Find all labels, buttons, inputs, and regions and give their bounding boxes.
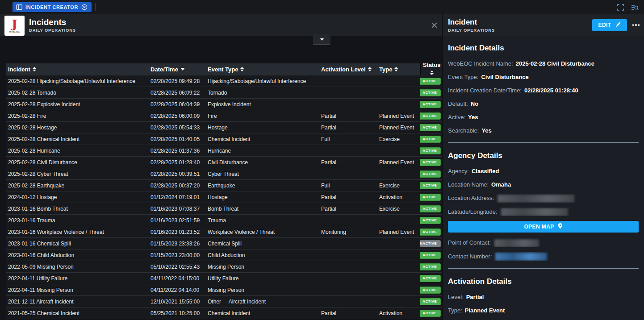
- cell-event_type: Chemical Incident: [206, 133, 319, 145]
- redacted-value: [495, 253, 547, 261]
- cell-event_type: Workplace Violence / Threat: [206, 226, 319, 237]
- cell-activation_level: Monitoring: [319, 226, 377, 237]
- tab-label: INCIDENT CREATOR: [25, 4, 78, 10]
- table-row[interactable]: 2023-01-16 Child Abduction01/15/2023 23:…: [6, 249, 442, 261]
- section-divider: [448, 268, 639, 269]
- cell-status: ACTIVE: [420, 99, 442, 110]
- status-badge: ACTIVE: [420, 287, 441, 294]
- close-tab-icon[interactable]: [81, 4, 88, 10]
- column-label: Activation Level: [321, 66, 366, 73]
- more-options-icon[interactable]: [632, 24, 640, 26]
- cell-type: Planned Event: [377, 226, 420, 237]
- close-panel-icon[interactable]: [430, 21, 439, 29]
- field-label: Latitude/Longitude:: [448, 208, 498, 215]
- cell-incident: 2022-04-11 Missing Person: [6, 284, 149, 295]
- table-row[interactable]: 2025-02-28 Explosive Incident02/28/2025 …: [6, 98, 442, 110]
- table-row[interactable]: 2022-05-09 Missing Person05/10/2022 02:5…: [6, 261, 442, 272]
- redacted-value: [498, 195, 574, 203]
- column-header-date-time[interactable]: Date/Time: [149, 63, 206, 75]
- redacted-value: [501, 208, 568, 216]
- cell-datetime: 01/16/2023 02:51:59: [149, 215, 206, 226]
- cell-event_type: Child Abduction: [206, 249, 319, 261]
- sort-desc-icon: [180, 68, 185, 71]
- incident-detail-panel: Incident DAILY OPERATIONS EDIT Incident …: [442, 14, 644, 320]
- table-row[interactable]: 2022-04-11 Utility Failure04/11/2022 04:…: [6, 272, 442, 284]
- cell-activation_level: Partial: [319, 157, 377, 168]
- table-row[interactable]: 2023-01-16 Chemical Spill01/15/2023 23:3…: [6, 237, 442, 249]
- field-label: Point of Contact:: [448, 239, 491, 246]
- cell-type: [377, 284, 420, 295]
- table-row[interactable]: 2021-12-11 Aircraft Incident12/10/2021 1…: [6, 295, 442, 307]
- cell-type: Exercise: [377, 180, 420, 191]
- cell-activation_level: [319, 215, 377, 226]
- cell-status: ACTIVE: [420, 284, 442, 295]
- field-value: Yes: [468, 114, 478, 121]
- column-header-incident[interactable]: Incident: [6, 63, 149, 75]
- section-heading: Activation Details: [448, 277, 639, 286]
- open-map-button[interactable]: OPEN MAP: [448, 221, 639, 233]
- cell-event_type: Hostage: [206, 191, 319, 203]
- open-map-label: OPEN MAP: [524, 224, 554, 230]
- column-header-type[interactable]: Type: [377, 63, 420, 75]
- cell-event_type: Other - Aircraft Incident: [206, 296, 319, 307]
- search-list-icon[interactable]: [631, 4, 639, 11]
- cell-event_type: Civil Disturbance: [206, 157, 319, 168]
- table-row[interactable]: 2023-01-16 Bomb Threat01/16/2023 07:08:3…: [6, 203, 442, 214]
- cell-datetime: 05/10/2022 02:55:43: [149, 261, 206, 272]
- cell-incident: 2025-02-28 Fire: [6, 110, 149, 121]
- tab-incident-creator[interactable]: INCIDENT CREATOR: [13, 2, 92, 12]
- table-row[interactable]: 2023-01-16 Trauma01/16/2023 02:51:59Trau…: [6, 214, 442, 226]
- status-badge: ACTIVE: [420, 205, 441, 212]
- table-row[interactable]: 2025-02-28 Fire02/28/2025 06:00:09FirePa…: [6, 110, 442, 121]
- field-label: Default:: [448, 100, 468, 107]
- table-row[interactable]: 2025-02-28 Hurricane02/28/2025 01:37:36H…: [6, 145, 442, 156]
- table-row[interactable]: 2023-01-16 Workplace Violence / Threat01…: [6, 226, 442, 237]
- cell-incident: 2022-04-11 Utility Failure: [6, 273, 149, 284]
- table-row[interactable]: 2025-02-28 Hijacking/Sabotage/Unlawful I…: [6, 75, 442, 87]
- webeoc-logo: J WebEOC: [4, 16, 25, 36]
- cell-incident: 2025-02-28 Civil Disturbance: [6, 157, 149, 168]
- detail-header: Incident DAILY OPERATIONS EDIT: [443, 14, 644, 36]
- table-row[interactable]: 2021-05-25 Chemical Incident05/25/2021 1…: [6, 307, 442, 319]
- cell-activation_level: [319, 168, 377, 179]
- cell-status: ACTIVE: [420, 157, 442, 168]
- table-row[interactable]: 2025-02-28 Earthquake02/28/2025 00:37:20…: [6, 179, 442, 191]
- cell-datetime: 01/16/2023 01:23:52: [149, 226, 206, 237]
- table-row[interactable]: 2024-01-12 Hostage01/12/2024 07:19:01Hos…: [6, 191, 442, 203]
- detail-field: Event Type:Civil Disturbance: [448, 73, 639, 81]
- fullscreen-icon[interactable]: [617, 4, 624, 11]
- table-row[interactable]: 2025-02-28 Civil Disturbance02/28/2025 0…: [6, 156, 442, 168]
- cell-activation_level: Partial: [319, 110, 377, 121]
- cell-event_type: Missing Person: [206, 284, 319, 295]
- table-row[interactable]: 2025-02-28 Cyber Threat02/28/2025 00:39:…: [6, 168, 442, 179]
- cell-activation_level: Partial: [319, 122, 377, 133]
- table-row[interactable]: 2025-02-28 Chemical Incident02/28/2025 0…: [6, 133, 442, 145]
- cell-type: [377, 75, 420, 87]
- cell-status: ACTIVE: [420, 226, 442, 237]
- detail-field: Latitude/Longitude:: [448, 208, 639, 216]
- cell-incident: 2025-02-28 Chemical Incident: [6, 133, 149, 145]
- cell-status: ACTIVE: [420, 308, 442, 319]
- logo-letter: J: [12, 18, 17, 30]
- cell-status: ACTIVE: [420, 110, 442, 121]
- table-row[interactable]: 2025-02-28 Hostage02/28/2025 05:54:33Hos…: [6, 121, 442, 133]
- cell-datetime: 02/28/2025 05:54:33: [149, 122, 206, 133]
- cell-incident: 2025-02-28 Earthquake: [6, 180, 149, 191]
- cell-type: [377, 238, 420, 249]
- filter-collapse-button[interactable]: [313, 34, 330, 45]
- field-value: Civil Disturbance: [481, 74, 528, 80]
- column-header-status[interactable]: Status: [420, 63, 442, 75]
- table-row[interactable]: 2022-04-11 Missing Person04/11/2022 04:1…: [6, 284, 442, 295]
- cell-incident: 2025-02-28 Hurricane: [6, 145, 149, 156]
- cell-activation_level: [319, 238, 377, 249]
- table-row[interactable]: 2025-02-28 Tornado02/28/2025 06:09:22Tor…: [6, 87, 442, 98]
- cell-event_type: Hijacking/Sabotage/Unlawful Interference: [206, 75, 319, 87]
- edit-button[interactable]: EDIT: [592, 19, 627, 31]
- cell-type: [377, 249, 420, 261]
- cell-incident: 2021-05-25 Chemical Incident: [6, 308, 149, 319]
- column-header-activation-level[interactable]: Activation Level: [319, 63, 377, 75]
- status-badge: ACTIVE: [420, 263, 441, 270]
- field-label: Incident Creation Date/Time:: [448, 87, 522, 94]
- detail-field: Contact Number:: [448, 252, 639, 261]
- column-header-event-type[interactable]: Event Type: [206, 63, 319, 75]
